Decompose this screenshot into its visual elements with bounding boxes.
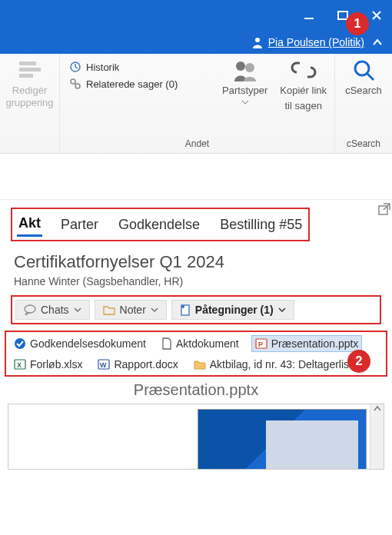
- callout-2: 2: [347, 350, 370, 373]
- close-button[interactable]: [367, 6, 386, 25]
- attachment-presentation[interactable]: P Præsentation.pptx: [251, 335, 363, 352]
- attachment-approval-doc[interactable]: Godkendelsesdokument: [11, 336, 149, 351]
- svg-point-4: [255, 38, 260, 42]
- svg-point-15: [245, 63, 254, 72]
- edit-grouping-label: Redigér gruppering: [5, 85, 53, 108]
- csearch-button[interactable]: cSearch: [345, 58, 382, 97]
- svg-line-13: [75, 83, 76, 85]
- attachment-label: Godkendelsesdokument: [30, 337, 146, 350]
- svg-text:W: W: [100, 361, 107, 369]
- svg-point-16: [355, 61, 369, 75]
- svg-text:P: P: [258, 341, 263, 348]
- svg-text:X: X: [17, 361, 22, 369]
- chevron-up-icon[interactable]: [372, 37, 383, 48]
- user-link[interactable]: Pia Poulsen (Politik): [251, 36, 364, 48]
- preview-pane: [8, 404, 384, 470]
- window-titlebar: [0, 0, 392, 31]
- chat-icon: [24, 304, 36, 315]
- svg-rect-0: [304, 18, 314, 19]
- spacer: [0, 154, 392, 200]
- callout-1: 1: [346, 12, 369, 35]
- attachment-label: Aktdokument: [176, 337, 239, 350]
- powerpoint-icon: P: [255, 337, 267, 350]
- attachment-label: Forløb.xlsx: [30, 358, 82, 371]
- clock-icon: [69, 61, 81, 73]
- svg-point-22: [181, 305, 184, 308]
- note-icon: [180, 304, 191, 316]
- attachment-label: Rapport.docx: [114, 358, 178, 371]
- ribbon-group-csearch-label: cSearch: [347, 136, 380, 151]
- edit-grouping-button: Redigér gruppering: [5, 58, 53, 108]
- chats-label: Chats: [41, 304, 69, 316]
- attachment-aktbilag[interactable]: Aktbilag, id nr. 43: Deltagerliste: [191, 357, 361, 372]
- toggle-buttons-annotation: Chats Noter Påtegninger (1): [11, 295, 381, 324]
- tab-bestilling[interactable]: Bestilling #55: [218, 214, 304, 236]
- folder-icon: [194, 359, 206, 370]
- copy-link-button[interactable]: Kopiér link til sagen: [280, 58, 327, 111]
- svg-point-20: [25, 305, 35, 313]
- svg-rect-6: [19, 68, 41, 71]
- notes-label: Noter: [120, 304, 146, 316]
- copy-link-label-1: Kopiér link: [280, 85, 327, 97]
- attachment-forlob[interactable]: X Forløb.xlsx: [11, 357, 85, 372]
- svg-point-14: [236, 61, 245, 71]
- notes-button[interactable]: Noter: [95, 300, 167, 320]
- tab-godkendelse[interactable]: Godkendelse: [117, 214, 201, 236]
- attachments-annotation: Godkendelsesdokument Aktdokument P Præse…: [5, 331, 387, 377]
- chevron-down-icon: [151, 307, 158, 312]
- related-cases-label: Relaterede sager (0): [86, 78, 178, 90]
- history-button[interactable]: Historik: [68, 60, 121, 74]
- svg-line-10: [75, 67, 78, 68]
- history-label: Historik: [86, 61, 119, 73]
- attachment-label: Aktbilag, id nr. 43: Deltagerliste: [210, 358, 358, 371]
- preview-title: Præsentation.pptx: [0, 377, 392, 404]
- svg-rect-7: [19, 74, 33, 78]
- csearch-button-label: cSearch: [345, 85, 382, 97]
- endorsements-button[interactable]: Påtegninger (1): [171, 300, 294, 320]
- word-icon: W: [98, 358, 110, 371]
- user-icon: [251, 36, 264, 48]
- tabs-box-annotation: Akt Parter Godkendelse Bestilling #55: [11, 208, 310, 241]
- chevron-down-icon: [241, 100, 249, 105]
- document-title: Certifikatfornyelser Q1 2024: [0, 241, 392, 274]
- parttypes-label: Partstyper: [222, 85, 267, 97]
- svg-point-23: [15, 338, 25, 349]
- endorsements-label: Påtegninger (1): [195, 304, 274, 316]
- attachment-rapport[interactable]: W Rapport.docx: [95, 357, 181, 372]
- user-bar: Pia Poulsen (Politik): [0, 31, 392, 54]
- chevron-down-icon: [278, 307, 286, 312]
- svg-line-17: [367, 74, 374, 80]
- related-cases-button[interactable]: Relaterede sager (0): [68, 77, 179, 91]
- tab-akt[interactable]: Akt: [17, 212, 42, 237]
- tab-parter[interactable]: Parter: [59, 214, 100, 236]
- ribbon-group-other-label: Andet: [68, 136, 327, 151]
- link-icon: [69, 78, 81, 90]
- svg-line-19: [384, 204, 390, 210]
- excel-icon: X: [14, 358, 26, 371]
- attachment-akt-doc[interactable]: Aktdokument: [158, 336, 242, 351]
- svg-rect-1: [338, 12, 347, 19]
- tabs-area: Akt Parter Godkendelse Bestilling #55: [0, 200, 392, 241]
- attachments-row: Godkendelsesdokument Aktdokument P Præse…: [11, 335, 381, 372]
- copy-link-label-2: til sagen: [284, 100, 321, 112]
- ribbon-spacer: [28, 136, 31, 151]
- folder-icon: [103, 304, 115, 315]
- ribbon: Redigér gruppering Historik Relaterede s…: [0, 54, 392, 154]
- chats-button[interactable]: Chats: [15, 300, 90, 320]
- document-icon: [161, 337, 172, 350]
- parttypes-button[interactable]: Partstyper: [222, 58, 267, 105]
- preview-thumbnail: [198, 409, 367, 470]
- preview-scrollbar[interactable]: [370, 404, 384, 469]
- scroll-up-icon: [373, 404, 382, 414]
- user-name: Pia Poulsen (Politik): [268, 36, 364, 48]
- popout-icon[interactable]: [378, 203, 390, 215]
- attachment-label: Præsentation.pptx: [271, 337, 359, 350]
- minimize-button[interactable]: [300, 6, 318, 25]
- document-subtitle: Hanne Winter (Sagsbehandler, HR): [0, 274, 392, 295]
- check-circle-icon: [14, 337, 26, 350]
- svg-rect-5: [19, 61, 36, 65]
- chevron-down-icon: [74, 307, 81, 312]
